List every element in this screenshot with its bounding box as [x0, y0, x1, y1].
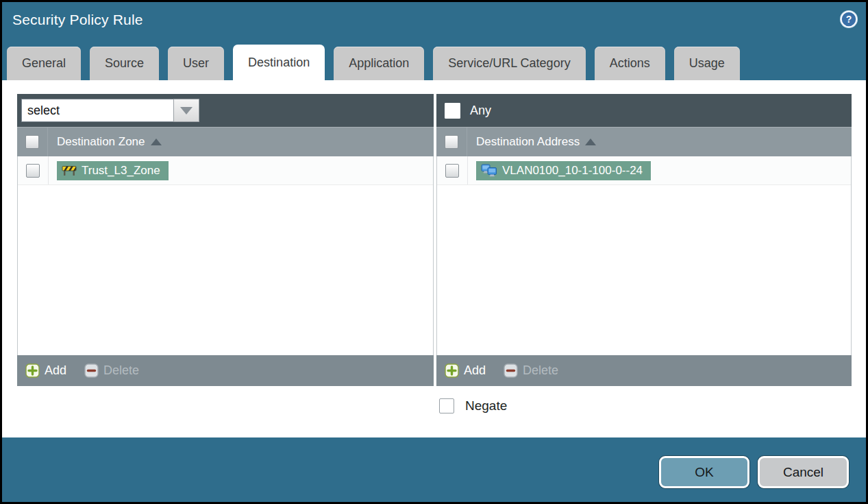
- zone-list: Trust_L3_Zone: [17, 156, 434, 355]
- negate-control: Negate: [439, 398, 507, 413]
- network-hosts-icon: [481, 164, 497, 177]
- tab-user[interactable]: User: [168, 47, 224, 80]
- security-policy-rule-dialog: Security Policy Rule ? General Source Us…: [0, 0, 868, 504]
- tab-source[interactable]: Source: [90, 47, 159, 80]
- address-list: VLAN0100_10-1-100-0--24: [436, 156, 852, 355]
- address-any-checkbox[interactable]: [445, 103, 460, 119]
- tab-destination[interactable]: Destination: [233, 45, 325, 80]
- zone-row-checkbox[interactable]: [26, 164, 40, 178]
- zone-row-checkbox-cell: [18, 156, 49, 184]
- zone-delete-label: Delete: [103, 363, 139, 378]
- address-add-button[interactable]: Add: [445, 363, 486, 378]
- ok-button[interactable]: OK: [659, 456, 749, 488]
- help-icon[interactable]: ?: [839, 9, 859, 29]
- destination-zone-panel: select Destination Zone: [17, 94, 434, 386]
- address-row-checkbox-cell: [437, 156, 468, 184]
- zone-select-all-cell: [17, 128, 48, 156]
- chevron-down-icon: [180, 107, 193, 115]
- address-select-all-cell: [436, 128, 467, 156]
- address-column-header[interactable]: Destination Address: [467, 128, 596, 156]
- tab-usage[interactable]: Usage: [674, 47, 740, 80]
- address-add-label: Add: [464, 363, 486, 378]
- address-row-checkbox[interactable]: [445, 164, 459, 178]
- add-icon: [25, 363, 40, 378]
- sort-ascending-icon: [151, 139, 162, 145]
- svg-text:?: ?: [846, 14, 852, 25]
- address-item-label: VLAN0100_10-1-100-0--24: [502, 164, 643, 178]
- destination-address-panel: Any Destination Address: [436, 94, 852, 386]
- negate-checkbox[interactable]: [439, 398, 454, 413]
- zone-filter-value[interactable]: select: [21, 99, 173, 122]
- dialog-surface: Security Policy Rule ? General Source Us…: [2, 2, 866, 502]
- zone-barrier-icon: [62, 165, 77, 176]
- address-column-header-label: Destination Address: [476, 135, 580, 149]
- zone-column-header[interactable]: Destination Zone: [48, 128, 162, 156]
- tab-strip: General Source User Destination Applicat…: [7, 45, 863, 80]
- address-item-chip[interactable]: VLAN0100_10-1-100-0--24: [476, 161, 651, 180]
- cancel-button[interactable]: Cancel: [758, 456, 849, 488]
- dialog-title: Security Policy Rule: [12, 12, 143, 28]
- address-row[interactable]: VLAN0100_10-1-100-0--24: [437, 156, 851, 185]
- tab-service-url-category[interactable]: Service/URL Category: [433, 47, 585, 80]
- delete-icon: [504, 363, 518, 378]
- zone-column-header-label: Destination Zone: [57, 135, 145, 149]
- address-delete-button[interactable]: Delete: [504, 363, 558, 378]
- zone-toolbar: select: [17, 94, 434, 127]
- address-any-bar: Any: [436, 94, 852, 127]
- zone-add-button[interactable]: Add: [25, 363, 66, 378]
- add-icon: [445, 363, 459, 378]
- negate-label: Negate: [465, 398, 507, 413]
- sort-ascending-icon: [585, 139, 596, 145]
- address-footer-toolbar: Add Delete: [436, 355, 852, 386]
- address-select-all-checkbox[interactable]: [445, 135, 458, 149]
- zone-footer-toolbar: Add Delete: [17, 355, 434, 386]
- tab-general[interactable]: General: [7, 47, 81, 80]
- delete-icon: [84, 363, 99, 378]
- address-delete-label: Delete: [523, 363, 558, 378]
- zone-row[interactable]: Trust_L3_Zone: [18, 156, 433, 185]
- address-table-header: Destination Address: [436, 127, 852, 156]
- zone-item-label: Trust_L3_Zone: [82, 164, 160, 178]
- zone-table-header: Destination Zone: [17, 127, 434, 156]
- zone-filter-select[interactable]: select: [21, 99, 199, 122]
- address-any-label: Any: [470, 104, 491, 118]
- tab-actions[interactable]: Actions: [595, 47, 665, 80]
- zone-filter-dropdown-button[interactable]: [173, 99, 199, 122]
- zone-delete-button[interactable]: Delete: [84, 363, 139, 378]
- zone-select-all-checkbox[interactable]: [25, 135, 39, 149]
- zone-item-chip[interactable]: Trust_L3_Zone: [57, 161, 169, 180]
- tab-application[interactable]: Application: [334, 47, 424, 80]
- zone-add-label: Add: [45, 363, 66, 378]
